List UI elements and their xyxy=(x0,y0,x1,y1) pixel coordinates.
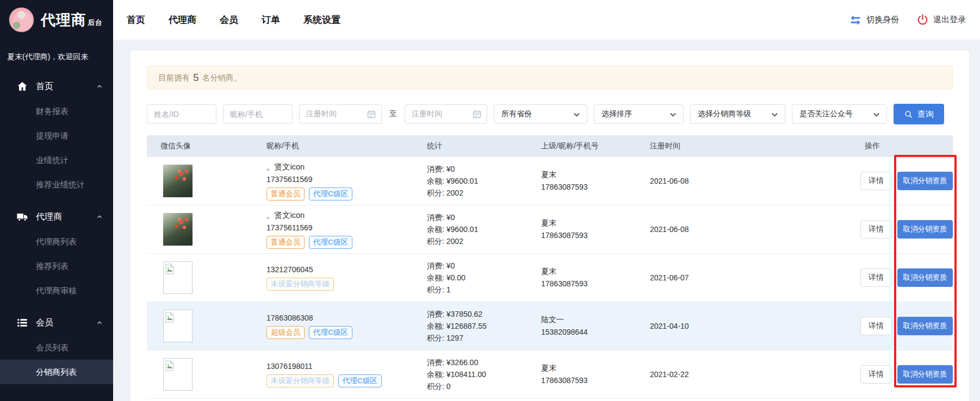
sidebar-item-referral-performance-stats[interactable]: 推荐业绩统计 xyxy=(0,172,113,197)
nickname: 。贤文icon xyxy=(266,162,413,172)
official-account-follow-select[interactable]: 是否关注公众号 xyxy=(792,104,887,124)
points-stat: 积分: 2002 xyxy=(427,187,528,199)
sidebar-item-agent-list[interactable]: 代理商列表 xyxy=(0,229,113,254)
sidebar-menu: 首页 财务报表 提现申请 业绩统计 推荐业绩统计 代理商 代理商列表 推荐列表 … xyxy=(0,74,113,384)
cancel-distribution-button[interactable]: 取消分销资质 xyxy=(897,220,953,239)
parent-name: 夏末 xyxy=(541,217,636,229)
sidebar-group-agent[interactable]: 代理商 xyxy=(0,204,113,229)
sidebar-item-agent-audit[interactable]: 代理商审核 xyxy=(0,278,113,303)
swap-arrows-icon xyxy=(849,14,862,27)
home-icon xyxy=(16,80,28,92)
table-header: 微信头像 昵称/手机 统计 上级/昵称/手机号 注册时间 操作 xyxy=(147,135,953,157)
sidebar-group-home[interactable]: 首页 xyxy=(0,74,113,99)
member-level-badge: 超级会员 xyxy=(266,326,305,339)
parent-phone: 17863087593 xyxy=(541,374,636,387)
cancel-distribution-button[interactable]: 取消分销资质 xyxy=(897,365,953,384)
logout-button[interactable]: 退出登录 xyxy=(916,14,966,26)
parent-phone: 17863087593 xyxy=(541,181,636,193)
no-level-badge: 未设置分销商等级 xyxy=(266,278,334,291)
filter-bar: 注册时间 至 注册时间 所有省份 选择排序 选择分销商等级 是否关注公众号 xyxy=(147,104,953,124)
register-date-start-input[interactable]: 注册时间 xyxy=(299,104,382,124)
agent-zone-badge: 代理C级区 xyxy=(338,374,382,387)
distributor-count-alert: 目前拥有 5 名分销商。 xyxy=(147,66,953,90)
parent-phone: 17863087593 xyxy=(541,229,636,242)
parent-name: 夏末 xyxy=(541,168,636,181)
calendar-icon xyxy=(367,110,376,118)
cancel-distribution-button[interactable]: 取消分销资质 xyxy=(897,317,953,335)
table-row: 17863086308 超级会员代理C级区 消费: ¥37850.62 余额: … xyxy=(147,302,953,350)
chevron-down-icon xyxy=(573,110,581,118)
col-parent: 上级/昵称/手机号 xyxy=(528,141,636,151)
distributor-level-select[interactable]: 选择分销商等级 xyxy=(690,104,785,124)
register-date: 2021-06-08 xyxy=(636,225,745,234)
sidebar-item-referral-list[interactable]: 推荐列表 xyxy=(0,254,113,278)
parent-name: 陆文一 xyxy=(541,314,636,326)
phone: 17375611569 xyxy=(266,223,413,232)
detail-button[interactable]: 详情 xyxy=(860,220,892,239)
wechat-avatar xyxy=(163,165,193,197)
sidebar-group-label: 会员 xyxy=(36,317,53,329)
nick-phone-input[interactable] xyxy=(223,104,293,124)
sort-select[interactable]: 选择排序 xyxy=(594,104,684,124)
power-icon xyxy=(916,14,929,26)
phone: 13212706045 xyxy=(266,265,413,274)
register-date-end-input[interactable]: 注册时间 xyxy=(405,104,487,124)
sidebar-item-performance-stats[interactable]: 业绩统计 xyxy=(0,148,113,172)
sidebar-group-label: 首页 xyxy=(36,81,53,92)
col-reg-date: 注册时间 xyxy=(636,141,745,151)
date-range-to-label: 至 xyxy=(388,109,398,119)
member-level-badge: 普通会员 xyxy=(266,187,305,200)
switch-identity-button[interactable]: 切换身份 xyxy=(849,14,899,27)
topnav-agent[interactable]: 代理商 xyxy=(169,14,196,26)
chevron-up-icon xyxy=(96,319,103,327)
topnav-member[interactable]: 会员 xyxy=(220,14,238,26)
detail-button[interactable]: 详情 xyxy=(860,268,892,287)
name-id-input[interactable] xyxy=(147,104,216,124)
parent-name: 夏末 xyxy=(541,265,636,278)
points-stat: 积分: 2002 xyxy=(427,235,528,247)
balance-stat: 余额: ¥9600.01 xyxy=(427,223,528,235)
sidebar-group-member[interactable]: 会员 xyxy=(0,310,113,335)
cancel-distribution-button[interactable]: 取消分销资质 xyxy=(897,268,953,287)
topnav-home[interactable]: 首页 xyxy=(127,14,145,26)
main-content: 目前拥有 5 名分销商。 注册时间 至 注册时间 所有省份 选择排序 xyxy=(113,40,980,401)
broken-image-placeholder xyxy=(163,310,193,342)
list-icon xyxy=(16,317,28,329)
parent-phone: 17863087593 xyxy=(541,278,636,290)
sidebar-item-withdraw-apply[interactable]: 提现申请 xyxy=(0,123,113,148)
detail-button[interactable]: 详情 xyxy=(860,365,892,384)
province-select[interactable]: 所有省份 xyxy=(494,104,587,124)
sidebar-item-member-list[interactable]: 会员列表 xyxy=(0,335,113,360)
topnav-order[interactable]: 订单 xyxy=(262,14,280,26)
balance-stat: 余额: ¥108411.00 xyxy=(427,368,528,380)
chevron-down-icon xyxy=(872,110,880,118)
detail-button[interactable]: 详情 xyxy=(860,172,892,190)
col-stats: 统计 xyxy=(413,141,528,151)
balance-stat: 余额: ¥9600.01 xyxy=(427,175,528,187)
consume-stat: 消费: ¥0 xyxy=(427,260,528,272)
chevron-up-icon xyxy=(96,213,103,221)
distributor-count: 5 xyxy=(193,72,199,84)
welcome-text: 夏末(代理商)，欢迎回来 xyxy=(0,38,113,62)
app-logo: 代理商后台 xyxy=(0,0,113,38)
topnav-system-settings[interactable]: 系统设置 xyxy=(303,14,340,26)
phone: 13076198011 xyxy=(266,362,413,371)
chevron-down-icon xyxy=(771,110,779,118)
member-level-badge: 普通会员 xyxy=(266,236,305,249)
app-title: 代理商后台 xyxy=(41,10,103,30)
distributor-list-card: 目前拥有 5 名分销商。 注册时间 至 注册时间 所有省份 选择排序 xyxy=(131,51,969,401)
app-title-suffix: 后台 xyxy=(88,18,103,27)
sidebar-item-distributor-list[interactable]: 分销商列表 xyxy=(0,360,113,384)
sidebar-item-finance-report[interactable]: 财务报表 xyxy=(0,99,113,123)
distributor-table: 微信头像 昵称/手机 统计 上级/昵称/手机号 注册时间 操作 。贤文icon … xyxy=(147,135,953,399)
broken-image-placeholder xyxy=(163,261,193,294)
detail-button[interactable]: 详情 xyxy=(860,317,892,335)
table-row: 。贤文icon 17375611569 普通会员代理C级区 消费: ¥0 余额:… xyxy=(147,205,953,254)
topbar: 首页 代理商 会员 订单 系统设置 切换身份 退出登录 xyxy=(113,0,980,40)
search-button[interactable]: 查询 xyxy=(894,104,944,124)
cancel-distribution-button[interactable]: 取消分销资质 xyxy=(897,172,953,190)
consume-stat: 消费: ¥3266.00 xyxy=(427,356,528,368)
table-row: 。贤文icon 17375611569 普通会员代理C级区 消费: ¥0 余额:… xyxy=(147,157,953,205)
points-stat: 积分: 1 xyxy=(427,284,528,296)
phone: 17375611569 xyxy=(266,175,413,184)
